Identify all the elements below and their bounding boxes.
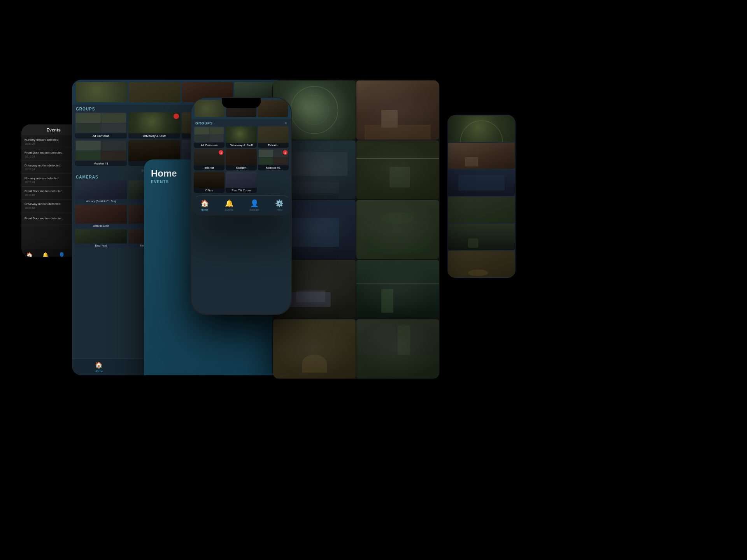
group-cell-driveway[interactable]: Driveway & Stuff [128,112,180,138]
cam-feed-exterior3[interactable] [356,319,439,378]
camera-cell-armory[interactable]: Armory (Reolink C1 Pro) [75,180,127,203]
notification-badge [174,114,179,119]
notification-badge: 1 [283,150,288,155]
phone-center-screen: Home EVENTS ≡ GROUPS ≡ [191,98,291,314]
group-cell-all-cameras[interactable]: All Cameras [75,112,127,138]
group-label: Office [194,188,224,193]
group-cell-pantiltzoom[interactable]: Pan Tilt Zoom [226,172,256,193]
cam-feed-exterior-side[interactable] [356,140,439,200]
nav-home-icon[interactable]: 🏠 [26,252,33,257]
nav-label: Help [277,208,282,211]
nav-label-home: Home [95,369,103,373]
right-cam-4[interactable] [448,197,515,223]
event-text: Front Door motion detected. 16:10:02 [25,189,69,196]
event-time: 16:30:29 [25,142,69,145]
event-time: 16:04:02 [25,206,69,209]
camera-label: Armory (Reolink C1 Pro) [75,199,127,203]
nav-label: Account [249,208,259,211]
event-title: Driveway motion detected. [25,202,69,206]
event-title: Front Door motion detected. [25,151,69,155]
event-title: Nursery motion detected. [25,138,69,142]
phone-groups-grid: All Cameras Driveway & Stuff Exterior In… [191,126,291,194]
event-title: Front Door motion detected. [25,189,69,193]
event-time: 16:10:02 [25,194,69,196]
nav-label: Home [201,208,208,211]
event-text: Nursery motion detected. 16:30:29 [25,138,69,145]
right-cam-5[interactable] [448,224,515,250]
phone-right-screen [447,115,516,278]
phone-nav-events[interactable]: 🔔 Events [225,199,233,211]
group-label: Driveway & Stuff [226,143,256,148]
event-text: Nursery motion detected. 16:12:41 [25,177,69,183]
group-cell-exterior[interactable]: Exterior [258,126,289,148]
event-title: Driveway motion detected. [25,164,69,168]
event-text: Driveway motion detected. 16:13:14 [25,164,69,170]
group-label: Exterior [258,143,289,148]
group-label: All Cameras [194,143,224,148]
events-icon: 🔔 [225,199,233,208]
group-label: All Cameras [75,133,127,138]
nav-item-home[interactable]: 🏠 Home [95,361,103,373]
group-cell-monitor1[interactable]: Monitor #1 1 [258,149,289,170]
group-cell-interior[interactable]: Interior 1 [194,149,224,170]
event-time: 16:15:14 [25,155,69,158]
event-title: Nursery motion detected. [25,177,69,180]
cam-feed-fountain[interactable] [273,319,356,378]
group-label: Monitor #1 [258,165,289,170]
camera-cell-east-yard[interactable]: East Yard [75,229,127,248]
svg-point-0 [291,86,338,133]
home-icon: 🏠 [95,361,103,369]
group-label: Kitchen [226,165,256,170]
camera-cell-billiards-door[interactable]: Billiards Door [75,205,127,228]
right-cam-6[interactable] [448,251,515,277]
home-icon: 🏠 [200,199,209,208]
cam-feed-entrance[interactable] [356,80,439,140]
account-icon: 👤 [250,199,259,208]
group-label: Pan Tilt Zoom [226,188,256,193]
group-label: Driveway & Stuff [128,133,180,138]
group-cell-driveway-stuff[interactable]: Driveway & Stuff [226,126,256,148]
cam-feed-backyard[interactable] [356,200,439,259]
event-time: 16:12:41 [25,181,69,184]
phone-nav-account[interactable]: 👤 Account [249,199,259,211]
event-text: Front Door motion detected. 16:15:14 [25,151,69,158]
camera-label: East Yard [75,243,127,248]
nav-account-icon[interactable]: 👤 [58,252,65,257]
right-cam-3[interactable] [448,170,515,196]
nav-label: Events [225,208,233,211]
right-cam-1[interactable] [448,116,515,142]
group-label: Interior [194,165,224,170]
camera-grid-large [272,80,440,379]
event-text: Driveway motion detected. 16:04:02 [25,202,69,209]
help-icon: ⚙️ [275,199,284,208]
event-text: Front Door motion detected. [25,217,69,220]
svg-point-1 [300,95,329,125]
nav-events-icon[interactable]: 🔔 [42,252,49,257]
group-cell-kitchen[interactable]: Kitchen [226,149,256,170]
phone-notch [222,98,261,108]
phone-center: Home EVENTS ≡ GROUPS ≡ [191,97,292,315]
svg-point-2 [460,121,502,142]
event-time: 16:13:14 [25,168,69,171]
hamburger-groups-icon[interactable]: ≡ [285,121,287,125]
group-cell-monitor1[interactable]: Monitor #1 [75,140,127,166]
phone-small-right [447,115,516,278]
phone-nav-help[interactable]: ⚙️ Help [275,199,284,211]
event-thumbnail[interactable] [258,100,288,117]
event-title: Front Door motion detected. [25,217,69,220]
cam-feed-exterior2[interactable] [356,260,439,319]
group-label: Monitor #1 [75,161,127,166]
group-cell-all-cameras[interactable]: All Cameras [194,126,224,148]
phone-nav-home[interactable]: 🏠 Home [200,199,209,211]
group-cell-office[interactable]: Office [194,172,224,193]
right-cam-2[interactable] [448,143,515,169]
camera-label: Billiards Door [75,224,127,228]
event-thumbnail[interactable] [195,100,225,117]
groups-section-label: GROUPS ≡ [191,119,291,126]
phone-bottom-nav: 🏠 Home 🔔 Events 👤 Account ⚙️ Help [191,195,291,215]
event-thumbnail[interactable] [76,82,128,102]
event-thumbnail[interactable] [129,82,181,102]
